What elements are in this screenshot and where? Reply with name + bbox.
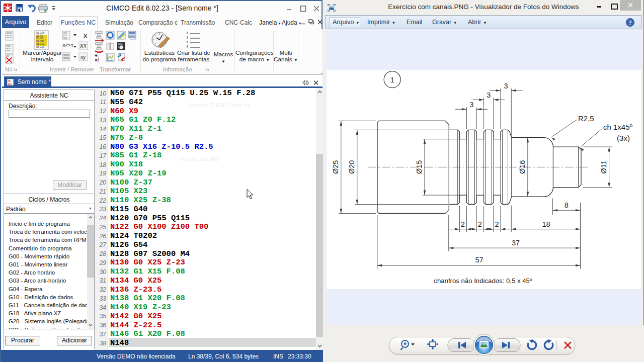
svg-text:×/: ×/ <box>95 57 99 63</box>
svg-text:N3G1: N3G1 <box>7 36 13 39</box>
svg-text:N6 G2X: N6 G2X <box>36 46 44 48</box>
svg-text:N3 G3: N3 G3 <box>36 37 43 40</box>
svg-text:X<>Y: X<>Y <box>62 43 74 48</box>
svg-text:18: 18 <box>542 220 550 228</box>
svg-text:2: 2 <box>478 220 482 228</box>
svg-text:Ø11: Ø11 <box>600 160 608 173</box>
svg-text:N30: N30 <box>7 49 11 52</box>
svg-text:Ø16: Ø16 <box>519 160 527 174</box>
svg-text:chanfros não Indicados: 0,5 x: chanfros não Indicados: 0,5 x 45º <box>434 277 532 285</box>
svg-text:Ø20: Ø20 <box>348 160 356 174</box>
svg-text:1: 1 <box>390 75 394 84</box>
svg-text:N4 G40: N4 G40 <box>36 40 44 43</box>
svg-text:57: 57 <box>475 256 483 264</box>
svg-text:3: 3 <box>469 101 473 109</box>
svg-text:_X: _X <box>79 32 88 40</box>
svg-text:3: 3 <box>487 91 491 99</box>
svg-text:G1: G1 <box>8 82 12 85</box>
svg-text:8: 8 <box>565 201 569 209</box>
svg-text:/G2: /G2 <box>63 37 67 39</box>
svg-text:xy: xy <box>80 55 86 60</box>
svg-text:N1 G0X: N1 G0X <box>36 32 44 34</box>
svg-text:Ø25: Ø25 <box>332 160 340 174</box>
svg-text:N5 G71: N5 G71 <box>36 43 44 45</box>
svg-text:R2,5: R2,5 <box>578 114 594 123</box>
svg-text:(3x): (3x) <box>617 134 630 142</box>
svg-text:3: 3 <box>504 82 508 90</box>
svg-text:N1: N1 <box>7 55 10 57</box>
svg-text:37: 37 <box>512 239 520 247</box>
svg-text:2: 2 <box>461 220 465 228</box>
svg-text:2: 2 <box>495 220 499 228</box>
svg-text:XY: XY <box>80 43 87 49</box>
svg-text:Ø15: Ø15 <box>416 160 424 174</box>
svg-text:?: ? <box>628 19 631 26</box>
svg-text:N2 X2: N2 X2 <box>36 35 43 37</box>
svg-text:ch 1x45º: ch 1x45º <box>603 123 633 131</box>
